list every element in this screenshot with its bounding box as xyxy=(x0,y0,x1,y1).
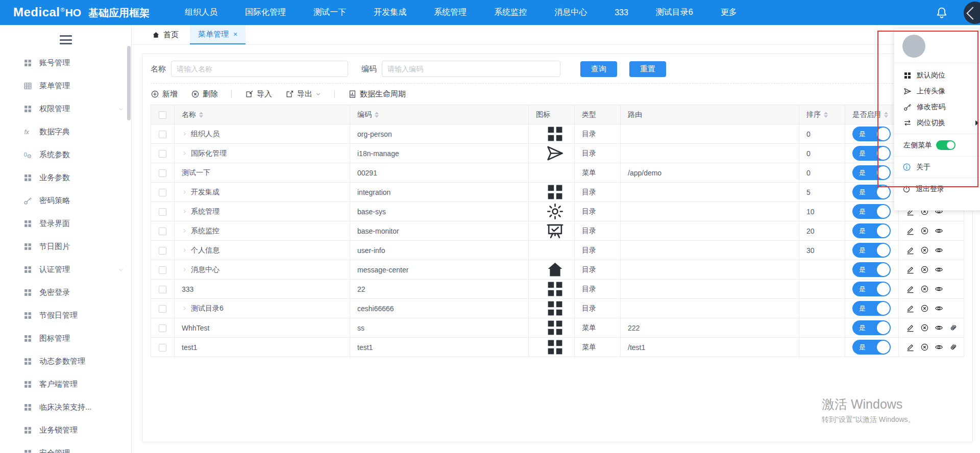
sidebar-item[interactable]: 节日图片 xyxy=(0,235,131,258)
edit-action-icon[interactable] xyxy=(906,226,915,235)
view-action-icon[interactable] xyxy=(935,323,943,332)
sidebar-item[interactable]: 节假日管理 xyxy=(0,304,131,327)
view-action-icon[interactable] xyxy=(935,265,943,274)
user-menu-item[interactable]: 修改密码 xyxy=(894,99,980,115)
enabled-toggle[interactable]: 是 xyxy=(852,185,891,199)
edit-action-icon[interactable] xyxy=(906,246,915,255)
topnav-item[interactable]: 系统监控 xyxy=(480,0,541,25)
user-menu-item[interactable]: 岗位切换 xyxy=(894,115,980,131)
tab-close-icon[interactable]: × xyxy=(233,30,237,38)
user-menu-item[interactable]: 默认岗位 xyxy=(894,67,980,83)
delete-action-icon[interactable] xyxy=(920,343,929,351)
row-checkbox[interactable] xyxy=(159,305,166,313)
code-search-input[interactable] xyxy=(382,61,560,77)
expand-chevron-icon[interactable] xyxy=(182,209,187,214)
column-header[interactable]: 名称 xyxy=(175,105,350,124)
name-search-input[interactable] xyxy=(171,61,348,77)
enabled-toggle[interactable]: 是 xyxy=(852,320,891,335)
user-avatar[interactable] xyxy=(964,2,980,24)
sidebar-item[interactable]: fx数据字典 xyxy=(0,120,131,143)
sidebar-item[interactable]: 登录界面 xyxy=(0,212,131,235)
expand-chevron-icon[interactable] xyxy=(182,267,187,272)
reset-button[interactable]: 重置 xyxy=(629,61,666,77)
sidebar-item[interactable]: 图标管理 xyxy=(0,327,131,350)
toolbar-x-circle-button[interactable]: 删除 xyxy=(191,89,218,99)
tab-home[interactable]: 首页 xyxy=(146,25,185,44)
row-checkbox[interactable] xyxy=(159,150,166,158)
edit-action-icon[interactable] xyxy=(906,323,915,332)
topnav-item[interactable]: 组织人员 xyxy=(171,0,231,25)
sidebar-scrollbar[interactable] xyxy=(127,46,131,120)
link-action-icon[interactable] xyxy=(949,343,958,351)
topnav-item[interactable]: 测试一下 xyxy=(300,0,360,25)
sidebar-item[interactable]: 0系统参数 xyxy=(0,143,131,166)
view-action-icon[interactable] xyxy=(935,226,943,235)
expand-chevron-icon[interactable] xyxy=(182,228,187,234)
link-action-icon[interactable] xyxy=(949,323,958,332)
logout-menu-item[interactable]: 退出登录 xyxy=(894,178,980,200)
about-menu-item[interactable]: 关于 xyxy=(894,157,980,178)
row-checkbox[interactable] xyxy=(159,228,166,235)
enabled-toggle[interactable]: 是 xyxy=(852,340,891,355)
sidebar-item[interactable]: 动态参数管理 xyxy=(0,350,131,373)
delete-action-icon[interactable] xyxy=(920,265,929,274)
column-header[interactable]: 编码 xyxy=(350,105,529,124)
view-action-icon[interactable] xyxy=(935,246,943,255)
row-checkbox[interactable] xyxy=(159,131,166,138)
select-all-checkbox[interactable] xyxy=(159,111,166,119)
edit-action-icon[interactable] xyxy=(906,343,915,351)
sidebar-item[interactable]: 临床决策支持... xyxy=(0,396,131,419)
sidebar-item[interactable]: 安全管理 xyxy=(0,442,131,453)
sidebar-item[interactable]: 权限管理 xyxy=(0,97,131,120)
row-checkbox[interactable] xyxy=(159,169,166,177)
enabled-toggle[interactable]: 是 xyxy=(852,165,891,180)
topnav-item[interactable]: 系统管理 xyxy=(420,0,480,25)
delete-action-icon[interactable] xyxy=(920,285,929,293)
view-action-icon[interactable] xyxy=(935,343,943,351)
edit-action-icon[interactable] xyxy=(906,304,915,313)
enabled-toggle[interactable]: 是 xyxy=(852,282,891,296)
side-menu-toggle[interactable] xyxy=(936,140,955,150)
topnav-item[interactable]: 更多 xyxy=(707,0,751,25)
delete-action-icon[interactable] xyxy=(920,246,929,255)
edit-action-icon[interactable] xyxy=(906,285,915,293)
toolbar-export-button[interactable]: 导出 xyxy=(285,89,321,99)
row-checkbox[interactable] xyxy=(159,266,166,274)
toolbar-plus-circle-button[interactable]: 新增 xyxy=(151,89,178,99)
sidebar-item[interactable]: 账号管理 xyxy=(0,52,131,74)
topnav-item[interactable]: 开发集成 xyxy=(360,0,420,25)
toolbar-lifecycle-button[interactable]: 数据生命周期 xyxy=(348,89,406,99)
sidebar-item[interactable]: 业务锁管理 xyxy=(0,419,131,442)
edit-action-icon[interactable] xyxy=(906,265,915,274)
enabled-toggle[interactable]: 是 xyxy=(852,204,891,219)
view-action-icon[interactable] xyxy=(935,304,943,313)
topnav-item[interactable]: 消息中心 xyxy=(541,0,601,25)
row-checkbox[interactable] xyxy=(159,286,166,293)
column-header[interactable]: 排序 xyxy=(799,105,845,124)
enabled-toggle[interactable]: 是 xyxy=(852,262,891,277)
sidebar-collapse-icon[interactable] xyxy=(60,35,72,44)
row-checkbox[interactable] xyxy=(159,324,166,332)
enabled-toggle[interactable]: 是 xyxy=(852,127,891,141)
view-action-icon[interactable] xyxy=(935,285,943,293)
sidebar-item[interactable]: 免密登录 xyxy=(0,281,131,304)
enabled-toggle[interactable]: 是 xyxy=(852,223,891,238)
expand-chevron-icon[interactable] xyxy=(182,131,187,137)
row-checkbox[interactable] xyxy=(159,344,166,351)
delete-action-icon[interactable] xyxy=(920,304,929,313)
topnav-item[interactable]: 测试目录6 xyxy=(642,0,707,25)
toolbar-import-button[interactable]: 导入 xyxy=(245,89,272,99)
expand-chevron-icon[interactable] xyxy=(182,150,187,156)
tab-menu-management[interactable]: 菜单管理 × xyxy=(190,25,246,44)
expand-chevron-icon[interactable] xyxy=(182,189,187,195)
expand-chevron-icon[interactable] xyxy=(182,306,187,311)
delete-action-icon[interactable] xyxy=(920,323,929,332)
sidebar-item[interactable]: 密码策略 xyxy=(0,189,131,212)
enabled-toggle[interactable]: 是 xyxy=(852,243,891,258)
row-checkbox[interactable] xyxy=(159,208,166,216)
avatar-placeholder[interactable] xyxy=(902,35,925,58)
notification-bell-icon[interactable] xyxy=(935,6,948,19)
query-button[interactable]: 查询 xyxy=(580,61,617,77)
enabled-toggle[interactable]: 是 xyxy=(852,146,891,161)
column-header[interactable]: 是否启用 xyxy=(845,105,899,124)
